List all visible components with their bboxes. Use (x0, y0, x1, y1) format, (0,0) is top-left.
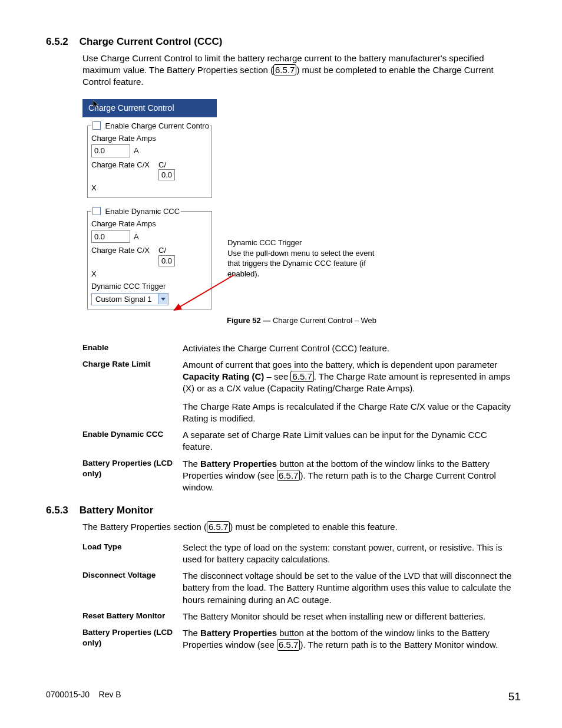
def-term: Disconnect Voltage (82, 568, 183, 608)
def-desc: Activiates the Charge Current Control (C… (183, 340, 521, 357)
def-desc: The Battery Properties button at the bot… (183, 456, 521, 496)
def-row: Enable Dynamic CCC A separate set of Cha… (82, 427, 521, 456)
xref-657[interactable]: 6.5.7 (207, 521, 230, 532)
group-legend-1: Enable Charge Current Contro (91, 121, 210, 131)
unit-a-2: A (134, 232, 139, 242)
label-rate-cx: Charge Rate C/X (91, 160, 155, 170)
heading-652: 6.5.2 Charge Current Control (CCC) (46, 35, 521, 49)
def-row: Charge Rate Limit Amount of current that… (82, 357, 521, 427)
def-term: Battery Properties (LCD only) (82, 456, 183, 496)
def-term: Charge Rate Limit (82, 357, 183, 427)
def-row: Load Type Select the type of load on the… (82, 539, 521, 568)
def-term: Enable Dynamic CCC (82, 427, 183, 456)
page-footer: 0700015-J0 Rev B 51 (46, 689, 521, 704)
xref-657[interactable]: 6.5.7 (290, 371, 313, 382)
heading-653: 6.5.3 Battery Monitor (46, 504, 521, 518)
heading-title: Battery Monitor (80, 505, 154, 516)
label-c-over-2: C/ (158, 245, 175, 256)
xref-657[interactable]: 6.5.7 (273, 64, 296, 75)
heading-num: 6.5.2 (46, 35, 77, 49)
def-desc: Select the type of load on the system: c… (183, 539, 521, 568)
unit-a: A (134, 146, 139, 156)
para-653: The Battery Properties section (6.5.7) m… (82, 521, 521, 533)
group-enable-ccc: Enable Charge Current Contro Charge Rate… (87, 126, 212, 199)
label-x: X (91, 183, 208, 193)
def-row: Enable Activiates the Charge Current Con… (82, 340, 521, 357)
def-row: Battery Properties (LCD only) The Batter… (82, 625, 521, 654)
cursor-icon (93, 100, 100, 110)
select-value: Custom Signal 1 (92, 294, 158, 305)
def-desc: The disconnect voltage should be set to … (183, 568, 521, 608)
footer-doc: 0700015-J0 (46, 690, 90, 699)
input-rate-cx-1[interactable]: 0.0 (158, 169, 175, 180)
footer-rev: Rev B (99, 690, 121, 699)
panel-title: Charge Current Control (82, 99, 217, 117)
def-term: Load Type (82, 539, 183, 568)
select-dyn-trigger[interactable]: Custom Signal 1 (91, 293, 168, 306)
def-desc: The Battery Properties button at the bot… (183, 625, 521, 654)
label-rate-amps-2: Charge Rate Amps (91, 219, 208, 229)
definitions-653: Load Type Select the type of load on the… (82, 539, 521, 654)
page-number: 51 (508, 689, 521, 704)
input-rate-cx-2[interactable]: 0.0 (158, 255, 175, 266)
def-row: Disconnect Voltage The disconnect voltag… (82, 568, 521, 608)
heading-num: 6.5.3 (46, 504, 77, 518)
def-row: Reset Battery Monitor The Battery Monito… (82, 608, 521, 625)
def-term: Reset Battery Monitor (82, 608, 183, 625)
xref-657[interactable]: 6.5.7 (277, 639, 300, 650)
def-desc: A separate set of Charge Rate Limit valu… (183, 427, 521, 456)
para-652: Use Charge Current Control to limit the … (82, 52, 521, 88)
definitions-652: Enable Activiates the Charge Current Con… (82, 340, 521, 496)
figure-caption: Figure 52 — Charge Current Control – Web (82, 315, 521, 326)
callout-text: Dynamic CCC Trigger Use the pull-down me… (227, 238, 386, 279)
def-row: Battery Properties (LCD only) The Batter… (82, 456, 521, 496)
xref-657[interactable]: 6.5.7 (277, 470, 300, 481)
chevron-down-icon[interactable] (158, 294, 168, 304)
checkbox-enable-ccc[interactable] (92, 121, 101, 130)
callout-arrow-icon (171, 274, 236, 321)
checkbox-enable-dyn-ccc[interactable] (92, 207, 101, 215)
input-rate-amps-2[interactable]: 0.0 (91, 230, 130, 243)
label-rate-cx-2: Charge Rate C/X (91, 245, 155, 256)
label-c-over: C/ (158, 160, 175, 170)
group-legend-2: Enable Dynamic CCC (91, 206, 181, 217)
def-desc: Amount of current that goes into the bat… (183, 357, 521, 427)
input-rate-amps-1[interactable]: 0.0 (91, 144, 130, 157)
svg-line-0 (174, 275, 234, 310)
def-term: Battery Properties (LCD only) (82, 625, 183, 654)
heading-title: Charge Current Control (CCC) (80, 36, 223, 47)
def-desc: The Battery Monitor should be reset when… (183, 608, 521, 625)
label-rate-amps: Charge Rate Amps (91, 133, 208, 144)
def-term: Enable (82, 340, 183, 357)
